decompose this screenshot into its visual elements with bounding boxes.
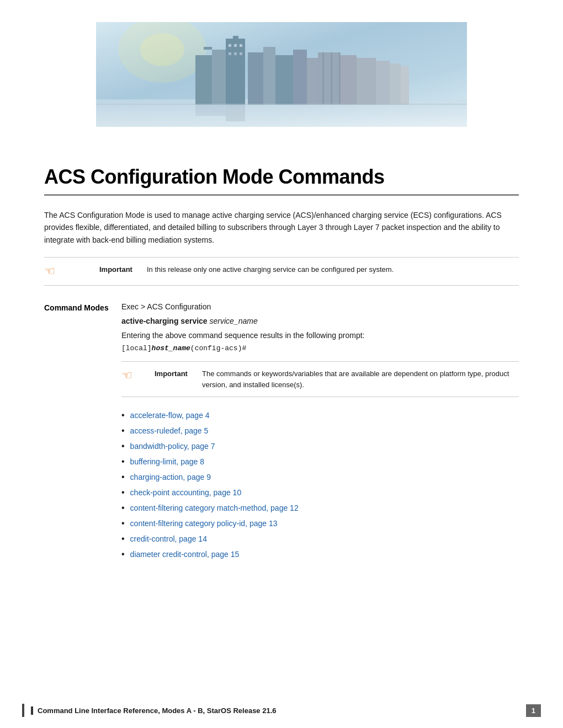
important-label-2: Important [155,368,193,378]
svg-rect-30 [226,105,245,121]
prompt-bold-italic: host_name [152,344,190,352]
svg-rect-18 [293,50,307,105]
svg-rect-12 [229,52,231,55]
svg-rect-25 [401,66,409,105]
svg-rect-7 [226,39,245,105]
svg-rect-4 [195,55,212,105]
prompt-normal: [local] [121,344,152,352]
header-image [96,22,467,127]
page-title: ACS Configuration Mode Commands [44,165,519,189]
svg-rect-16 [263,47,275,105]
svg-rect-29 [96,104,467,105]
list-item: accelerate-flow, page 4 [121,410,519,420]
link-item-6[interactable]: content-filtering category match-method,… [130,504,299,512]
link-item-5[interactable]: check-point accounting, page 10 [130,488,242,497]
link-item-2[interactable]: bandwidth-policy, page 7 [130,442,215,451]
active-charging-arg: service_name [210,317,258,325]
svg-rect-20 [318,52,340,105]
important-text-1: In this release only one active charging… [147,264,394,275]
footer-page: 1 [526,704,541,717]
important-icon-1: ☞ [44,264,55,279]
list-item: content-filtering category match-method,… [121,503,519,513]
svg-rect-24 [390,63,401,105]
list-item: bandwidth-policy, page 7 [121,441,519,451]
svg-point-3 [140,33,184,66]
svg-rect-14 [240,52,242,55]
svg-rect-9 [229,44,231,47]
svg-rect-19 [307,58,318,105]
list-item: credit-control, page 14 [121,534,519,544]
svg-rect-31 [195,105,226,116]
svg-rect-13 [234,52,237,55]
svg-rect-23 [376,61,390,105]
link-item-4[interactable]: charging-action, page 9 [130,473,211,481]
svg-rect-10 [234,44,237,47]
link-item-3[interactable]: buffering-limit, page 8 [130,457,204,466]
description: The ACS Configuration Mode is used to ma… [44,209,519,246]
svg-rect-26 [322,52,324,105]
svg-rect-11 [240,44,242,47]
svg-rect-22 [357,58,376,105]
important-box-1: ☞ Important In this release only one act… [44,257,519,286]
link-item-8[interactable]: credit-control, page 14 [130,534,207,543]
svg-rect-21 [340,55,357,105]
list-item: charging-action, page 9 [121,472,519,482]
list-item: check-point accounting, page 10 [121,488,519,497]
active-charging-line: active-charging service service_name [121,317,519,325]
link-item-0[interactable]: accelerate-flow, page 4 [130,411,210,420]
title-divider [44,194,519,196]
svg-rect-17 [275,55,293,105]
svg-rect-5 [212,50,226,105]
important-box-2: ☞ Important The commands or keywords/var… [121,361,519,397]
command-modes-label: Command Modes [44,302,121,312]
svg-rect-27 [331,52,332,105]
command-modes-section: Command Modes Exec > ACS Configuration a… [44,302,519,565]
list-item: content-filtering category policy-id, pa… [121,518,519,528]
svg-rect-15 [248,52,263,105]
prompt-suffix: (config-acs)# [190,344,246,352]
footer-reference: Command Line Interface Reference, Modes … [31,706,277,715]
link-item-7[interactable]: content-filtering category policy-id, pa… [130,519,278,528]
footer-right: 1 [526,704,541,717]
list-item: diameter credit-control, page 15 [121,549,519,559]
svg-rect-8 [233,36,238,41]
exec-line: Exec > ACS Configuration [121,302,519,311]
link-item-1[interactable]: access-ruledef, page 5 [130,426,209,435]
svg-rect-6 [204,47,212,50]
footer: Command Line Interface Reference, Modes … [0,704,563,717]
main-content: ACS Configuration Mode Commands The ACS … [0,127,563,609]
list-item: access-ruledef, page 5 [121,426,519,436]
prompt-line: [local]host_name(config-acs)# [121,344,519,352]
list-item: buffering-limit, page 8 [121,457,519,467]
important-text-2: The commands or keywords/variables that … [202,368,519,390]
links-list: accelerate-flow, page 4access-ruledef, p… [121,410,519,559]
important-icon-2: ☞ [121,368,132,383]
important-label-1: Important [99,264,138,274]
entering-text: Entering the above command sequence resu… [121,331,519,340]
svg-rect-28 [339,52,341,105]
command-modes-content: Exec > ACS Configuration active-charging… [121,302,519,565]
link-item-9[interactable]: diameter credit-control, page 15 [130,550,240,559]
active-charging-cmd: active-charging service [121,317,208,325]
